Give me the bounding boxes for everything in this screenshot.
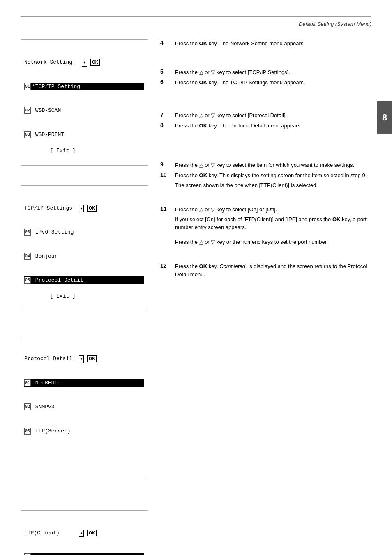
screen2-line3: 05 Protocol Detail	[24, 276, 144, 284]
screen3-line3: 03 FTP(Server)	[24, 427, 144, 435]
screen3-spacer	[24, 451, 144, 459]
step-7-num: 7	[160, 111, 172, 120]
screen1-exit: [ Exit ]	[50, 148, 75, 154]
step-11-num: 11	[160, 206, 172, 214]
step-11-extra2: Press the △ or ▽ key or the numeric keys…	[175, 239, 328, 245]
step-8: 8 Press the OK key. The Protocol Detail …	[160, 122, 371, 130]
steps-container: 4 Press the OK key. The Network Setting …	[160, 39, 371, 278]
screen1-line1: 01*TCP/IP Setting	[24, 83, 144, 91]
step-4: 4 Press the OK key. The Network Setting …	[160, 39, 371, 48]
screen4-line1: 01*Off	[24, 553, 144, 555]
page-header: Default Setting (System Menu)	[21, 21, 371, 27]
content-area: Network Setting: ✦ OK 01*TCP/IP Setting …	[21, 39, 371, 555]
step-11: 11 Press the △ or ▽ key to select [On] o…	[160, 206, 371, 246]
step-12: 12 Press the OK key. Completed. is displ…	[160, 262, 371, 278]
ok-icon4: OK	[87, 530, 97, 536]
screen1-line3: 03 WSD-PRINT	[24, 131, 144, 139]
step-11-text: Press the △ or ▽ key to select [On] or […	[175, 206, 277, 214]
header-title: Default Setting (System Menu)	[299, 21, 371, 27]
step-6: 6 Press the OK key. The TCP/IP Settings …	[160, 79, 371, 87]
step-8-num: 8	[160, 122, 172, 130]
screen2-title: TCP/IP Settings: ✦ OK	[24, 204, 144, 213]
step-8-text: Press the OK key. The Protocol Detail me…	[175, 122, 302, 130]
screen2-line1: 03 IPv6 Setting	[24, 228, 144, 236]
step-9-num: 9	[160, 161, 172, 169]
step-9-text: Press the △ or ▽ key to select the item …	[175, 161, 354, 169]
step-5-num: 5	[160, 68, 172, 76]
screen2-exit: [ Exit ]	[50, 293, 75, 299]
left-column: Network Setting: ✦ OK 01*TCP/IP Setting …	[21, 39, 148, 555]
step-5: 5 Press the △ or ▽ key to select [TCP/IP…	[160, 68, 371, 76]
step-10-extra: The screen shown is the one when [FTP(Cl…	[175, 182, 318, 188]
step-6-text: Press the OK key. The TCP/IP Settings me…	[175, 79, 305, 87]
top-rule	[21, 16, 371, 17]
step-6-num: 6	[160, 79, 172, 87]
step-10-text: Press the OK key. This displays the sett…	[175, 171, 367, 180]
step-10: 10 Press the OK key. This displays the s…	[160, 171, 371, 189]
ftp-client-screen: FTP(Client): ✦ OK 01*Off 02 On	[21, 510, 148, 555]
network-setting-screen: Network Setting: ✦ OK 01*TCP/IP Setting …	[21, 39, 148, 166]
screen3-title: Protocol Detail: ✦ OK	[24, 355, 144, 363]
ok-icon3: OK	[87, 355, 97, 362]
step-12-text: Press the OK key. Completed. is displaye…	[175, 262, 371, 278]
right-column: 4 Press the OK key. The Network Setting …	[148, 39, 371, 555]
step-10-num: 10	[160, 171, 172, 180]
step-11-extra1: If you select [On] for each of [FTP(Clie…	[175, 216, 367, 231]
step-4-text: Press the OK key. The Network Setting me…	[175, 39, 305, 48]
step-5-text: Press the △ or ▽ key to select [TCP/IP S…	[175, 68, 290, 76]
step-12-num: 12	[160, 262, 172, 278]
screen3-line1: 01 NetBEUI	[24, 379, 144, 387]
step-4-num: 4	[160, 39, 172, 48]
ok-icon2: OK	[87, 205, 97, 212]
step-7: 7 Press the △ or ▽ key to select [Protoc…	[160, 111, 371, 120]
ok-icon1: OK	[90, 59, 100, 66]
tcpip-settings-screen: TCP/IP Settings: ✦ OK 03 IPv6 Setting 04…	[21, 185, 148, 312]
screen1-title: Network Setting: ✦ OK	[24, 58, 144, 67]
protocol-detail-screen: Protocol Detail: ✦ OK 01 NetBEUI 02 SNMP…	[21, 336, 148, 478]
screen1-line2: 02 WSD-SCAN	[24, 106, 144, 115]
step-7-text: Press the △ or ▽ key to select [Protocol…	[175, 111, 287, 120]
screen4-title: FTP(Client): ✦ OK	[24, 529, 144, 537]
step-9: 9 Press the △ or ▽ key to select the ite…	[160, 161, 371, 169]
screen2-line2: 04 Bonjour	[24, 252, 144, 261]
section-badge: 8	[377, 101, 392, 134]
screen3-line2: 02 SNMPv3	[24, 403, 144, 411]
page-container: Default Setting (System Menu) Network Se…	[0, 0, 392, 555]
